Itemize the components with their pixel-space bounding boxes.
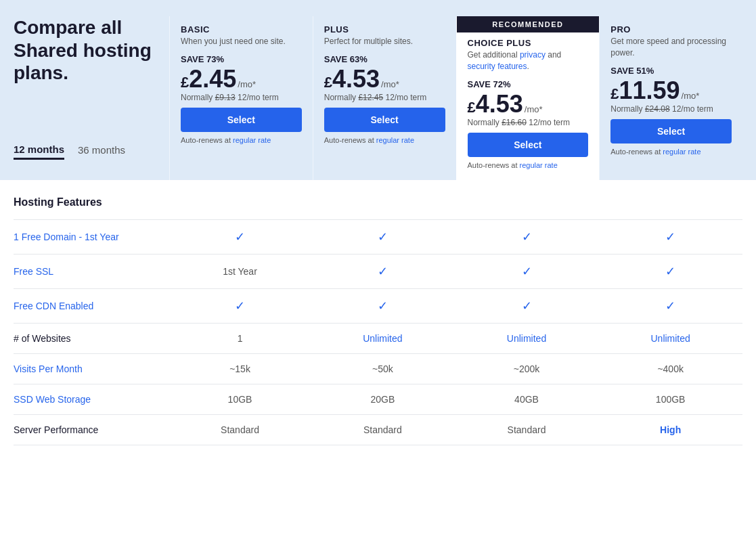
plan-plus-desc: Perfect for multiple sites. (324, 36, 445, 47)
plan-pro-autorenew: Auto-renews at regular rate (610, 148, 732, 156)
features-col-plus (311, 180, 455, 220)
check-icon: ✓ (522, 299, 532, 313)
feature-value: ~15k (169, 353, 311, 384)
plan-plus-select[interactable]: Select (324, 108, 445, 132)
privacy-link[interactable]: privacy (520, 50, 546, 60)
features-section: Hosting Features 1 Free Domain - 1st Yea… (0, 180, 756, 445)
plan-choice-plus-select[interactable]: Select (468, 133, 589, 157)
feature-value: 10GB (169, 384, 311, 414)
feature-value: ✓ (455, 254, 599, 288)
plan-basic-amount: 2.45 (189, 67, 236, 91)
plan-basic: BASIC When you just need one site. SAVE … (169, 16, 313, 180)
plan-basic-name: BASIC (181, 24, 302, 35)
plan-choice-plus-autorenew: Auto-renews at regular rate (468, 161, 589, 169)
tab-36-months[interactable]: 36 months (78, 144, 125, 158)
features-col-choice-plus (455, 180, 599, 220)
check-icon: ✓ (378, 230, 388, 244)
feature-value: 40GB (455, 384, 599, 414)
plan-choice-plus-currency: £ (468, 99, 476, 116)
check-icon: ✓ (522, 230, 532, 244)
plan-pro-select[interactable]: Select (610, 119, 732, 143)
recommended-badge: RECOMMENDED (457, 16, 600, 32)
feature-row: Visits Per Month~15k~50k~200k~400k (14, 353, 742, 384)
header-section: Compare all Shared hosting plans. 12 mon… (0, 0, 756, 180)
plan-plus-autorenew: Auto-renews at regular rate (324, 136, 445, 144)
feature-label: Server Performance (14, 414, 169, 445)
feature-value: Unlimited (311, 323, 455, 353)
tabs-row: 12 months 36 months (14, 143, 169, 167)
plans-grid: BASIC When you just need one site. SAVE … (169, 16, 742, 180)
plan-pro-normal: Normally £24.08 12/mo term (610, 104, 732, 114)
plan-plus-period: /mo* (381, 79, 399, 89)
feature-row: # of Websites1UnlimitedUnlimitedUnlimite… (14, 323, 742, 353)
check-icon: ✓ (665, 265, 675, 278)
plan-plus-amount: 4.53 (332, 67, 380, 91)
tab-12-months[interactable]: 12 months (14, 143, 64, 160)
feature-value: ~200k (455, 353, 599, 384)
plan-basic-period: /mo* (238, 79, 256, 89)
feature-value: ✓ (169, 219, 311, 254)
feature-label: SSD Web Storage (14, 384, 169, 414)
plan-plus-autorenew-link[interactable]: regular rate (376, 136, 414, 144)
plan-plus-name: PLUS (324, 24, 445, 35)
plan-basic-autorenew-link[interactable]: regular rate (233, 136, 271, 144)
features-header-row: Hosting Features (14, 180, 742, 220)
feature-value: Standard (311, 414, 455, 445)
plan-pro-period: /mo* (682, 91, 700, 101)
feature-value: Standard (169, 414, 311, 445)
feature-value: ✓ (169, 288, 311, 323)
plan-basic-normal: Normally £9.13 12/mo term (181, 93, 302, 102)
feature-label: Visits Per Month (14, 353, 169, 384)
plan-choice-plus-desc: Get additional privacy and security feat… (468, 49, 589, 72)
plan-choice-plus-amount: 4.53 (476, 92, 523, 116)
check-icon: ✓ (378, 265, 388, 278)
feature-label: Free CDN Enabled (14, 288, 169, 323)
check-icon: ✓ (665, 299, 675, 313)
plan-pro-amount: 11.59 (619, 79, 680, 103)
check-icon: ✓ (235, 230, 245, 244)
security-link[interactable]: security features (468, 62, 527, 71)
plan-choice-plus-save: SAVE 72% (468, 79, 589, 89)
plan-pro-autorenew-link[interactable]: regular rate (663, 148, 701, 156)
feature-row: SSD Web Storage10GB20GB40GB100GB (14, 384, 742, 414)
feature-value: 20GB (311, 384, 455, 414)
plan-plus-price: £ 4.53 /mo* (324, 67, 445, 91)
page-title: Compare all Shared hosting plans. (14, 16, 169, 85)
feature-value: ~400k (598, 353, 742, 384)
check-icon: ✓ (378, 299, 388, 313)
feature-value: 1st Year (169, 254, 311, 288)
feature-value: Standard (455, 414, 599, 445)
feature-row: Free SSL1st Year✓✓✓ (14, 254, 742, 288)
plan-basic-desc: When you just need one site. (181, 36, 302, 47)
feature-label: # of Websites (14, 323, 169, 353)
plan-choice-plus-autorenew-link[interactable]: regular rate (520, 161, 558, 169)
plan-pro-save: SAVE 51% (610, 66, 732, 76)
feature-label: 1 Free Domain - 1st Year (14, 219, 169, 254)
features-title: Hosting Features (14, 180, 169, 220)
plan-basic-save: SAVE 73% (181, 54, 302, 64)
check-icon: ✓ (522, 265, 532, 278)
plan-pro-price: £ 11.59 /mo* (610, 79, 732, 103)
features-col-pro (598, 180, 742, 220)
plan-pro: PRO Get more speed and processing power.… (599, 16, 742, 180)
plan-basic-autorenew: Auto-renews at regular rate (181, 136, 302, 144)
feature-value: ✓ (455, 219, 599, 254)
plan-pro-desc: Get more speed and processing power. (610, 36, 732, 59)
feature-value: Unlimited (455, 323, 599, 353)
plan-basic-price: £ 2.45 /mo* (181, 67, 302, 91)
plan-choice-plus: RECOMMENDED CHOICE PLUS Get additional p… (456, 16, 600, 180)
feature-label: Free SSL (14, 254, 169, 288)
plan-choice-plus-name: CHOICE PLUS (468, 38, 589, 48)
feature-value: 1 (169, 323, 311, 353)
features-col-basic (169, 180, 311, 220)
plan-choice-plus-normal: Normally £16.60 12/mo term (468, 118, 589, 127)
feature-value: ✓ (598, 219, 742, 254)
plan-plus: PLUS Perfect for multiple sites. SAVE 63… (313, 16, 456, 180)
plan-plus-save: SAVE 63% (324, 54, 445, 64)
header-left: Compare all Shared hosting plans. 12 mon… (14, 16, 169, 180)
plan-basic-currency: £ (181, 74, 189, 91)
plan-plus-currency: £ (324, 74, 332, 91)
plan-basic-select[interactable]: Select (181, 108, 302, 132)
plan-plus-normal: Normally £12.45 12/mo term (324, 93, 445, 102)
feature-value: ✓ (311, 219, 455, 254)
